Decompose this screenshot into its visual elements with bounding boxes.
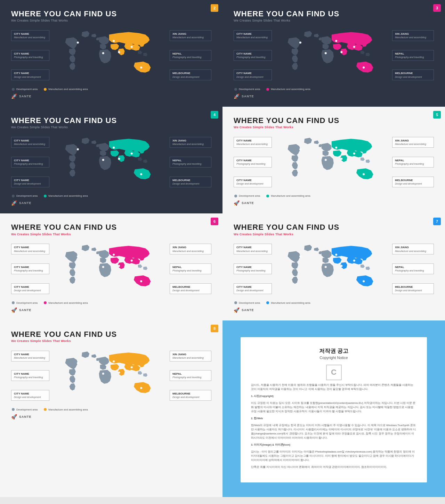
legend: Development area Manufacture and assembl… — [234, 194, 434, 197]
label-right-2-sub: Design and development — [172, 289, 209, 292]
svg-point-28 — [113, 253, 115, 255]
rocket-icon: 🚀 — [11, 94, 17, 99]
label-right-2-sub: Design and development — [395, 75, 431, 79]
svg-point-30 — [325, 266, 327, 268]
label-left-2: CITY NAME Design and development — [234, 70, 272, 80]
label-right-1-title: NEPAL — [395, 265, 431, 269]
label-right-0: XIN JIANG Manufacture and assembling — [392, 244, 434, 254]
svg-point-31 — [340, 265, 342, 267]
slide-subtitle: We Creates Simple Slides That Works — [234, 19, 434, 22]
slide-subtitle: We Creates Simple Slides That Works — [11, 233, 211, 236]
label-right-2-title: MELBOURNE — [172, 285, 209, 289]
label-right-2-sub: Design and development — [395, 182, 431, 186]
label-left-2-sub: Design and development — [236, 75, 269, 79]
label-right-2: MELBOURNE Design and development — [170, 177, 211, 187]
slide-title: WHERE YOU CAN FIND US — [11, 330, 211, 339]
slide-2: 2 WHERE YOU CAN FIND US We Creates Simpl… — [0, 0, 222, 107]
legend-label-1: Manufacture and assembling area — [271, 301, 310, 304]
label-right-1-title: NEPAL — [395, 52, 431, 56]
svg-point-34 — [335, 253, 337, 255]
label-right-2: MELBOURNE Design and development — [392, 177, 434, 187]
labels-right: XIN JIANG Manufacture and assembling NEP… — [392, 239, 434, 299]
copyright-text-1: 감사드, 저품을 사용하기 전에 이용의 범위와 조항들을 사용하기 원들 주신… — [251, 383, 416, 391]
slide-number: 6 — [211, 218, 218, 225]
label-left-0-sub: Manufacture and assembling — [14, 250, 47, 253]
labels-left: CITY NAME Manufacture and assembling CIT… — [234, 239, 272, 299]
svg-point-7 — [340, 51, 342, 53]
label-left-0-sub: Manufacture and assembling — [236, 36, 269, 39]
footer-text: SANTE — [19, 415, 32, 418]
slide-number: 7 — [433, 218, 441, 225]
label-left-0: CITY NAME Manufacture and assembling — [11, 30, 49, 41]
legend-item-1: Manufacture and assembling area — [266, 88, 310, 91]
legend-label-1: Manufacture and assembling area — [48, 301, 88, 304]
label-right-1-sub: Photography and travelling — [172, 376, 209, 379]
labels-left: CITY NAME Manufacture and assembling CIT… — [234, 132, 272, 192]
svg-point-21 — [363, 173, 365, 176]
label-left-0-sub: Manufacture and assembling — [14, 143, 47, 146]
legend-dot-0 — [234, 301, 237, 304]
legend-dot-1 — [266, 301, 269, 304]
label-left-0: CITY NAME Manufacture and assembling — [234, 30, 272, 41]
label-right-0: XIN JIANG Manufacture and assembling — [170, 30, 211, 41]
label-right-1-sub: Photography and travelling — [395, 269, 431, 273]
svg-point-41 — [77, 362, 79, 364]
label-left-1: CITY NAME Photography and travelling — [234, 157, 272, 168]
labels-left: CITY NAME Manufacture and assembling CIT… — [11, 132, 49, 192]
label-right-1-sub: Photography and travelling — [395, 162, 431, 166]
rocket-icon: 🚀 — [234, 200, 240, 206]
map-container — [274, 239, 390, 299]
labels-right: XIN JIANG Manufacture and assembling NEP… — [392, 132, 434, 192]
svg-point-12 — [102, 159, 104, 161]
legend-label-1: Manufacture and assembling area — [48, 408, 88, 411]
legend-dot-1 — [44, 408, 47, 411]
footer: 🚀 SANTE — [234, 94, 434, 99]
map-container — [274, 26, 390, 85]
label-right-0-sub: Manufacture and assembling — [172, 36, 209, 39]
label-left-1-title: CITY NAME — [14, 52, 47, 56]
slide-number: 3 — [433, 4, 441, 12]
label-right-0-title: XIN JIANG — [395, 32, 431, 36]
label-left-1-title: CITY NAME — [14, 265, 47, 269]
map-container — [51, 132, 168, 192]
rocket-icon: 🚀 — [234, 94, 240, 99]
label-right-0-sub: Manufacture and assembling — [172, 250, 209, 253]
label-right-2-title: MELBOURNE — [395, 178, 431, 182]
legend: Development area Manufacture and assembl… — [12, 194, 211, 197]
legend-dot-0 — [234, 88, 237, 91]
slide-5: 5 WHERE YOU CAN FIND US We Creates Simpl… — [222, 107, 445, 213]
svg-point-38 — [131, 366, 133, 368]
copyright-section3-text: 감사는 : 이미 영리고를 이마이의 이미지는 아이들은 Photoshopba… — [251, 450, 416, 462]
label-left-1: CITY NAME Photography and travelling — [11, 50, 49, 61]
labels-left: CITY NAME Manufacture and assembling CIT… — [11, 239, 49, 299]
label-right-2: MELBOURNE Design and development — [392, 283, 434, 294]
label-right-1-sub: Photography and travelling — [395, 56, 431, 59]
slide-title: WHERE YOU CAN FIND US — [11, 223, 211, 231]
footer-text: SANTE — [242, 201, 254, 205]
label-left-1-title: CITY NAME — [236, 265, 269, 269]
footer: 🚀 SANTE — [11, 200, 211, 206]
label-left-0: CITY NAME Manufacture and assembling — [234, 137, 272, 148]
copyright-title-english: Copyright Notice — [251, 356, 416, 360]
label-right-1-title: NEPAL — [172, 372, 209, 376]
label-right-1-title: NEPAL — [172, 52, 209, 56]
label-right-0-title: XIN JIANG — [172, 352, 209, 356]
svg-point-40 — [113, 360, 115, 362]
map-container — [51, 26, 168, 85]
label-left-2-sub: Design and development — [14, 396, 47, 399]
label-left-1: CITY NAME Photography and travelling — [11, 157, 49, 168]
label-right-1: NEPAL Photography and travelling — [170, 263, 211, 274]
label-right-0: XIN JIANG Manufacture and assembling — [392, 137, 434, 148]
label-right-2-title: MELBOURNE — [395, 71, 431, 75]
label-left-1-sub: Photography and travelling — [236, 162, 269, 166]
svg-point-5 — [77, 42, 79, 44]
labels-right: XIN JIANG Manufacture and assembling NEP… — [170, 26, 211, 85]
labels-right: XIN JIANG Manufacture and assembling NEP… — [170, 346, 211, 405]
label-left-1: CITY NAME Photography and travelling — [234, 263, 272, 274]
legend: Development area Manufacture and assembl… — [12, 408, 211, 411]
label-left-2-sub: Design and development — [14, 289, 47, 292]
svg-point-19 — [340, 158, 342, 160]
legend: Development area Manufacture and assembl… — [12, 301, 211, 304]
svg-point-4 — [113, 40, 115, 42]
legend-dot-1 — [44, 195, 47, 197]
